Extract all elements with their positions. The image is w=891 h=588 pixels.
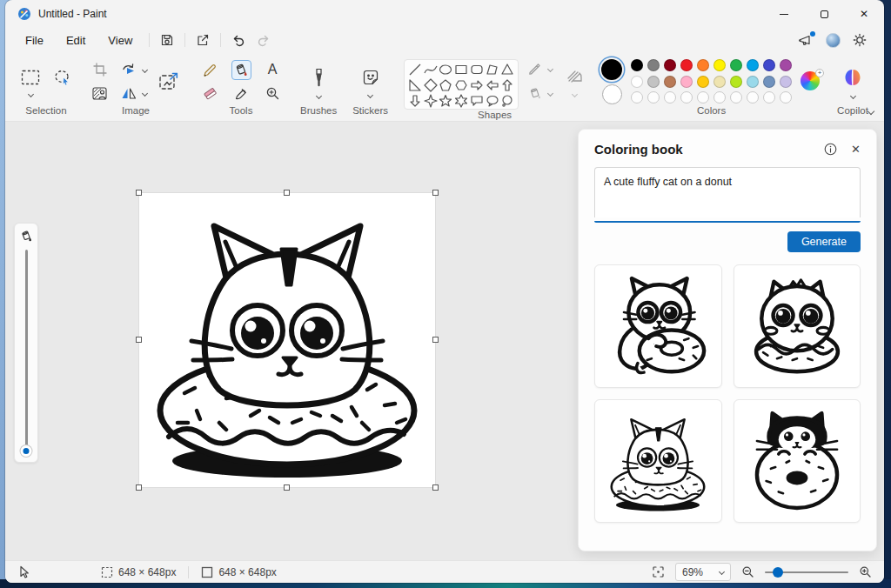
zoom-level-dropdown[interactable]: 69% xyxy=(675,563,731,581)
menu-view[interactable]: View xyxy=(97,31,144,50)
canvas-selection[interactable] xyxy=(139,193,435,487)
generate-button[interactable]: Generate xyxy=(787,231,861,252)
shape-arc-icon[interactable] xyxy=(407,109,423,110)
custom-color-slot[interactable] xyxy=(631,91,643,104)
custom-color-slot[interactable] xyxy=(664,91,676,104)
selection-handle-sw[interactable] xyxy=(136,484,142,491)
maximize-button[interactable] xyxy=(804,0,844,28)
free-select-button[interactable] xyxy=(51,66,74,89)
palette-color-swatch[interactable] xyxy=(680,76,693,88)
share-button[interactable] xyxy=(191,30,215,50)
close-button[interactable]: ✕ xyxy=(844,0,884,28)
palette-color-swatch[interactable] xyxy=(713,76,726,88)
custom-color-slot[interactable] xyxy=(747,91,759,104)
selection-handle-e[interactable] xyxy=(432,337,439,343)
slider-thumb[interactable] xyxy=(21,445,32,457)
custom-color-slot[interactable] xyxy=(680,91,693,104)
shape-heart-icon[interactable] xyxy=(423,109,439,110)
crop-button[interactable] xyxy=(90,60,110,79)
zoom-slider[interactable] xyxy=(765,566,848,578)
custom-color-slot[interactable] xyxy=(713,91,726,104)
feedback-button[interactable] xyxy=(798,33,814,47)
palette-color-swatch[interactable] xyxy=(631,76,643,88)
custom-color-slot[interactable] xyxy=(697,91,709,104)
remove-background-button[interactable] xyxy=(90,84,110,103)
result-thumbnail-3[interactable] xyxy=(594,399,722,523)
custom-color-slot[interactable] xyxy=(730,91,742,104)
shape-style-chevron[interactable] xyxy=(572,91,578,97)
shape-outline-chevron[interactable] xyxy=(547,65,553,71)
selection-handle-w[interactable] xyxy=(136,337,142,343)
selection-dropdown-chevron[interactable] xyxy=(27,90,33,97)
palette-color-swatch[interactable] xyxy=(713,59,726,71)
palette-color-swatch[interactable] xyxy=(647,59,660,71)
magnifier-tool-button[interactable] xyxy=(263,84,283,104)
zoom-in-icon[interactable] xyxy=(859,565,872,578)
resize-image-button[interactable] xyxy=(156,70,182,94)
palette-color-swatch[interactable] xyxy=(763,76,775,88)
info-icon[interactable] xyxy=(824,143,837,156)
shape-speech-oval-icon[interactable] xyxy=(485,93,500,109)
custom-color-slot[interactable] xyxy=(647,91,660,104)
shape-hexagon-icon[interactable] xyxy=(453,77,469,93)
menu-file[interactable]: File xyxy=(14,31,55,50)
fit-to-screen-icon[interactable] xyxy=(652,565,665,578)
palette-color-swatch[interactable] xyxy=(631,59,643,71)
palette-color-swatch[interactable] xyxy=(664,59,676,71)
palette-color-swatch[interactable] xyxy=(697,59,709,71)
color-picker-tool-button[interactable] xyxy=(231,84,251,104)
pencil-tool-button[interactable] xyxy=(200,60,220,80)
shape-pentagon-icon[interactable] xyxy=(439,77,454,93)
shape-rectangle-icon[interactable] xyxy=(453,62,469,77)
shape-style-button[interactable] xyxy=(563,66,586,87)
result-thumbnail-2[interactable] xyxy=(734,264,861,388)
foreground-color-swatch[interactable] xyxy=(601,59,622,80)
selection-handle-se[interactable] xyxy=(432,484,439,491)
settings-button[interactable] xyxy=(853,33,867,47)
shape-fill-chevron[interactable] xyxy=(547,90,553,96)
menu-edit[interactable]: Edit xyxy=(55,31,97,50)
shape-outline-button[interactable] xyxy=(526,59,545,78)
palette-color-swatch[interactable] xyxy=(780,59,792,71)
shape-right-triangle-icon[interactable] xyxy=(407,77,423,93)
shape-speech-rounded-icon[interactable] xyxy=(469,93,485,109)
flip-dropdown-chevron[interactable] xyxy=(142,90,148,97)
copilot-dropdown-chevron[interactable] xyxy=(849,92,855,98)
palette-color-swatch[interactable] xyxy=(730,76,742,88)
text-tool-button[interactable]: A xyxy=(265,59,280,80)
selection-handle-s[interactable] xyxy=(284,484,290,491)
palette-color-swatch[interactable] xyxy=(763,59,775,71)
eraser-tool-button[interactable] xyxy=(200,84,220,104)
rectangle-select-button[interactable] xyxy=(18,67,43,88)
panel-close-icon[interactable]: ✕ xyxy=(851,143,861,156)
shape-arrow-down-icon[interactable] xyxy=(407,93,423,109)
brushes-button[interactable] xyxy=(310,65,328,90)
edit-colors-button[interactable]: + xyxy=(801,71,821,92)
result-thumbnail-4[interactable] xyxy=(734,399,861,523)
custom-color-slot[interactable] xyxy=(763,91,775,104)
shape-arrow-up-icon[interactable] xyxy=(499,77,515,93)
shape-speech-cloud-icon[interactable] xyxy=(499,93,515,109)
flip-button[interactable] xyxy=(118,84,139,103)
drawing-canvas[interactable] xyxy=(139,193,435,487)
stickers-button[interactable] xyxy=(359,66,382,89)
result-thumbnail-1[interactable] xyxy=(594,264,722,388)
shape-polygon-icon[interactable] xyxy=(485,62,500,77)
shape-fill-button[interactable] xyxy=(526,84,545,103)
palette-color-swatch[interactable] xyxy=(780,76,792,88)
palette-color-swatch[interactable] xyxy=(680,59,693,71)
shape-star-four-icon[interactable] xyxy=(423,93,439,109)
fill-tool-button[interactable] xyxy=(231,60,251,80)
copilot-button[interactable] xyxy=(841,65,865,90)
minimize-button[interactable] xyxy=(764,0,804,28)
zoom-out-icon[interactable] xyxy=(741,565,754,578)
stickers-dropdown-chevron[interactable] xyxy=(367,91,373,97)
selection-handle-nw[interactable] xyxy=(136,190,142,196)
fill-tolerance-slider[interactable] xyxy=(25,250,28,455)
zoom-slider-thumb[interactable] xyxy=(773,567,783,578)
shape-arrow-right-icon[interactable] xyxy=(469,77,485,93)
shape-star-six-icon[interactable] xyxy=(453,93,469,109)
palette-color-swatch[interactable] xyxy=(647,76,660,88)
brushes-dropdown-chevron[interactable] xyxy=(316,92,322,98)
rotate-dropdown-chevron[interactable] xyxy=(142,66,148,72)
